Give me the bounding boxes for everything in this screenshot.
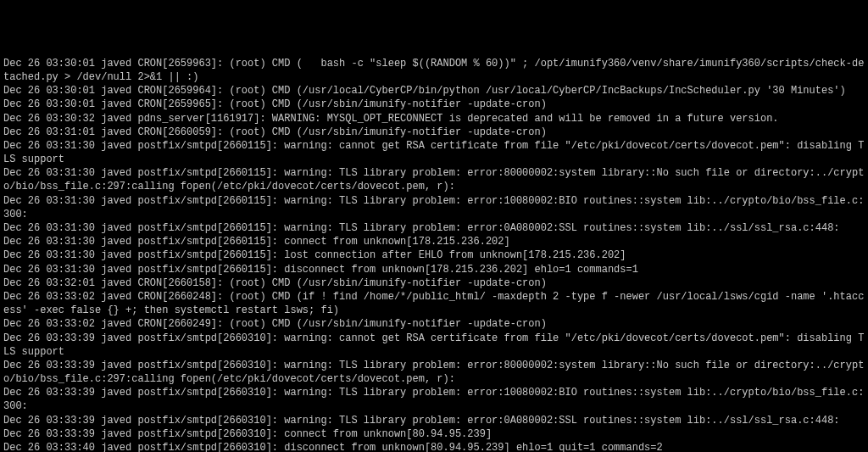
log-line: Dec 26 03:32:01 javed CRON[2660158]: (ro…	[3, 276, 865, 290]
log-line: Dec 26 03:33:39 javed postfix/smtpd[2660…	[3, 386, 865, 413]
log-line: Dec 26 03:31:30 javed postfix/smtpd[2660…	[3, 194, 865, 221]
log-line: Dec 26 03:30:01 javed CRON[2659965]: (ro…	[3, 98, 865, 111]
log-line: Dec 26 03:31:30 javed postfix/smtpd[2660…	[3, 166, 865, 193]
log-line: Dec 26 03:31:30 javed postfix/smtpd[2660…	[3, 139, 865, 166]
log-line: Dec 26 03:33:02 javed CRON[2660249]: (ro…	[3, 317, 865, 331]
log-line: Dec 26 03:33:39 javed postfix/smtpd[2660…	[3, 332, 865, 359]
log-line: Dec 26 03:33:39 javed postfix/smtpd[2660…	[3, 414, 865, 427]
log-line: Dec 26 03:31:30 javed postfix/smtpd[2660…	[3, 248, 865, 262]
terminal-log-output[interactable]: Dec 26 03:30:01 javed CRON[2659963]: (ro…	[3, 57, 865, 452]
log-line: Dec 26 03:33:02 javed CRON[2660248]: (ro…	[3, 290, 865, 317]
log-line: Dec 26 03:30:01 javed CRON[2659964]: (ro…	[3, 84, 865, 98]
log-line: Dec 26 03:33:39 javed postfix/smtpd[2660…	[3, 359, 865, 386]
log-line: Dec 26 03:31:01 javed CRON[2660059]: (ro…	[3, 126, 865, 139]
log-line: Dec 26 03:31:30 javed postfix/smtpd[2660…	[3, 235, 865, 248]
log-line: Dec 26 03:31:30 javed postfix/smtpd[2660…	[3, 263, 865, 276]
log-line: Dec 26 03:30:01 javed CRON[2659963]: (ro…	[3, 57, 865, 84]
log-line: Dec 26 03:31:30 javed postfix/smtpd[2660…	[3, 221, 865, 235]
log-line: Dec 26 03:33:39 javed postfix/smtpd[2660…	[3, 427, 865, 441]
log-line: Dec 26 03:33:40 javed postfix/smtpd[2660…	[3, 441, 865, 452]
log-line: Dec 26 03:30:32 javed pdns_server[116191…	[3, 112, 865, 126]
